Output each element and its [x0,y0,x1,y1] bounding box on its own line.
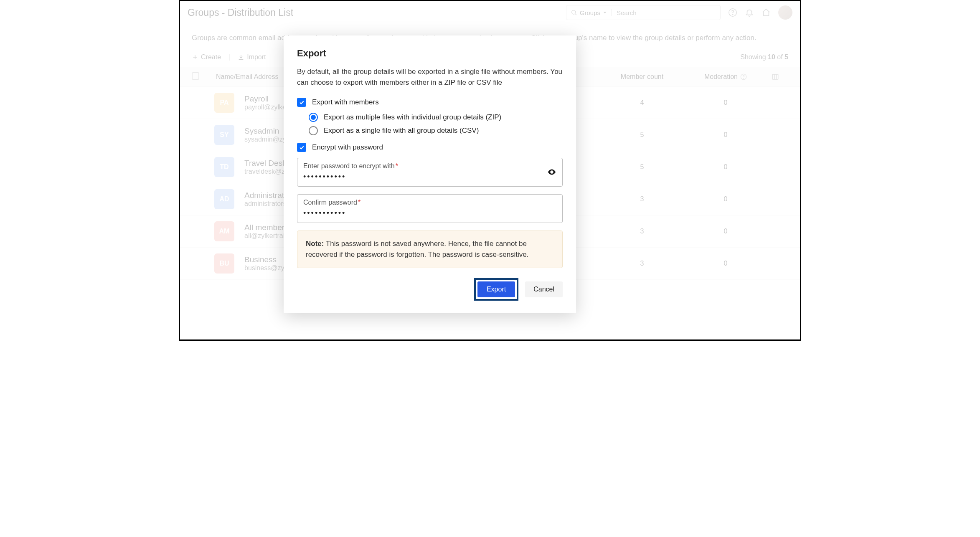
radio-csv-label: Export as a single file with all group d… [324,127,479,135]
export-with-members-row[interactable]: Export with members [297,98,563,107]
encrypt-row[interactable]: Encrypt with password [297,143,563,152]
encrypt-label: Encrypt with password [312,143,383,152]
svg-point-11 [551,171,553,173]
checkbox-encrypt[interactable] [297,143,306,152]
confirm-password-field[interactable]: Confirm password* ••••••••••• [297,194,563,223]
confirm-password-value: ••••••••••• [303,209,556,218]
checkbox-export-members[interactable] [297,98,306,107]
export-button-highlight: Export [474,278,518,301]
cancel-button[interactable]: Cancel [525,281,563,297]
note-prefix: Note: [306,240,324,248]
radio-csv-row[interactable]: Export as a single file with all group d… [309,126,563,135]
eye-icon[interactable] [547,167,556,177]
radio-zip[interactable] [309,113,318,122]
modal-title: Export [297,48,563,59]
export-with-members-label: Export with members [312,98,379,106]
note-box: Note: This password is not saved anywher… [297,231,563,268]
required-asterisk: * [396,162,398,170]
modal-footer: Export Cancel [297,278,563,301]
required-asterisk: * [358,199,361,206]
password-label: Enter password to encrypt with [303,162,395,170]
note-text: This password is not saved anywhere. Hen… [306,240,529,258]
confirm-password-label: Confirm password [303,199,357,206]
export-modal: Export By default, all the group details… [284,35,576,313]
radio-zip-row[interactable]: Export as multiple files with individual… [309,113,563,122]
password-value: ••••••••••• [303,172,556,181]
radio-group-format: Export as multiple files with individual… [297,113,563,135]
password-field[interactable]: Enter password to encrypt with* ••••••••… [297,158,563,187]
radio-zip-label: Export as multiple files with individual… [324,113,501,122]
export-button[interactable]: Export [477,281,515,297]
modal-description: By default, all the group details will b… [297,66,563,89]
radio-csv[interactable] [309,126,318,135]
